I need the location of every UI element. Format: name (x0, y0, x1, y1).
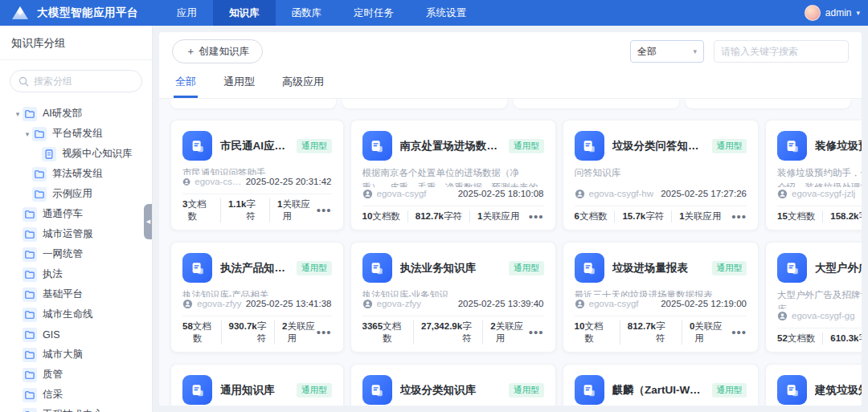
main-area: ＋创建知识库 全部 ▾ 全部通用型高级应用 (153, 26, 868, 412)
group-search-box[interactable] (10, 70, 142, 92)
keyword-search-box[interactable] (714, 40, 849, 63)
group-tree-item[interactable]: ▾ 质管 (5, 365, 147, 385)
kb-type-badge: 通用型 (712, 383, 747, 398)
more-actions-icon[interactable]: ••• (731, 328, 747, 337)
group-label: 平台研发组 (52, 127, 103, 141)
tab[interactable]: 高级应用 (280, 67, 326, 98)
type-filter-select[interactable]: 全部 ▾ (630, 40, 704, 63)
more-actions-icon[interactable]: ••• (731, 213, 747, 221)
linked-app-count: 1关联应用 (671, 210, 721, 222)
kb-owner: egova-zfyy (362, 299, 422, 309)
more-actions-icon[interactable]: ••• (529, 328, 544, 337)
group-tree-item[interactable]: ▾ 城市大脑 (5, 345, 147, 365)
group-tree-item[interactable]: ▾ 平台研发组 (5, 124, 147, 144)
group-tree-item[interactable]: ▾ 基础平台 (5, 284, 147, 304)
kb-card-partial[interactable] (342, 99, 508, 108)
owner-icon (777, 189, 788, 199)
create-kb-button[interactable]: ＋创建知识库 (172, 39, 263, 63)
kb-card[interactable]: 执法业务知识库 通用型 执法知识库-业务知识 egova-zfyy 2025-0… (350, 242, 556, 353)
group-tree-item[interactable]: ▾ GIS (5, 324, 147, 345)
user-menu-caret-icon[interactable]: ▾ (856, 9, 860, 17)
kb-type-badge: 通用型 (297, 261, 332, 275)
user-name[interactable]: admin (825, 7, 852, 18)
kb-card[interactable]: 市民通AI应用场景 通用型 市民通知识问答助手 egova-csygf-hw 2… (170, 120, 344, 230)
knowledge-base-icon (575, 131, 604, 161)
nav-item-link[interactable]: 函数库 (276, 0, 338, 26)
owner-icon (182, 299, 193, 309)
kb-card[interactable]: 装修垃圾预约助手 通用型 装修垃圾预约助手，包括装修垃圾清运处置介绍、装修垃圾处… (765, 120, 862, 230)
plus-icon: ＋ (186, 45, 196, 59)
kb-card-partial[interactable] (514, 99, 679, 108)
nav-item-link[interactable]: 系统设置 (410, 0, 482, 26)
doc-count: 6文档数 (575, 210, 608, 222)
knowledge-base-icon (182, 253, 212, 283)
group-label: 视频中心知识库 (62, 147, 133, 161)
folder-icon (23, 288, 37, 302)
owner-icon (362, 299, 373, 309)
group-tree-item[interactable]: ▾ 一网统管 (5, 244, 147, 264)
kb-card[interactable]: 南京处置场进场数据报表 通用型 根据南京各个处置单位的进场数据（净重）、皮重、毛… (350, 120, 556, 230)
user-avatar[interactable] (805, 5, 821, 21)
group-tree-item[interactable]: ▾ 信采 (5, 385, 147, 405)
tab[interactable]: 通用型 (222, 67, 256, 98)
kb-updated-time: 2025-02-25 20:31:42 (246, 177, 332, 186)
group-label: 城市运管服 (43, 227, 93, 241)
owner-icon (575, 189, 585, 199)
group-tree-item[interactable]: ▾ 城市运管服 (5, 224, 147, 244)
kb-card-partial[interactable] (686, 99, 851, 108)
nav-item-link[interactable]: 应用 (161, 0, 213, 26)
owner-icon (777, 311, 788, 321)
kb-card[interactable]: 垃圾进场量报表 通用型 最近三十天的垃圾进场量数据报表 egova-csygf … (563, 242, 760, 353)
kb-owner-name: egova-zfyy (197, 299, 242, 308)
kb-card-title: 垃圾进场量报表 (612, 261, 706, 275)
caret-down-icon[interactable]: ▾ (23, 130, 32, 138)
group-tree-item[interactable]: ▾ 执法 (5, 264, 147, 284)
group-search-input[interactable] (34, 75, 130, 87)
sidebar-collapse-handle[interactable]: ◀ (144, 204, 153, 239)
knowledge-base-icon (575, 253, 604, 283)
group-tree-item[interactable]: ▾ 通通停车 (5, 204, 147, 224)
group-tree: ▾ AI研发部 ▾ 平台研发组 ▾ 视频中心知识库 ▾ (0, 97, 152, 412)
kb-type-badge: 通用型 (297, 139, 332, 153)
kb-card[interactable]: 建筑垃圾知识库 通用型 涵盖了建筑垃圾的分类、处理流程、资源化利用、管 (765, 364, 862, 406)
kb-toolbar: ＋创建知识库 全部 ▾ (159, 32, 862, 67)
divider (0, 59, 152, 60)
group-tree-item[interactable]: ▾ 算法研发组 (5, 164, 147, 184)
more-actions-icon[interactable]: ••• (529, 213, 544, 221)
doc-count: 3文档数 (182, 198, 213, 222)
group-tree-item[interactable]: ▾ 示例应用 (5, 184, 147, 204)
keyword-search-input[interactable] (721, 46, 845, 57)
kb-card-list: 市民通AI应用场景 通用型 市民通知识问答助手 egova-csygf-hw 2… (159, 99, 862, 406)
kb-card[interactable]: 麒麟（ZartUI-Web）... 通用型 麒麟平台端设计规范，包括颜色、文字、… (563, 364, 760, 406)
nav-item-active[interactable]: 知识库 (213, 0, 276, 26)
kb-type-badge: 通用型 (712, 139, 747, 153)
kb-card[interactable]: 垃圾分类知识库 通用型 环卫垃圾分类 (350, 364, 556, 406)
linked-app-count: 2关联应用 (482, 320, 529, 345)
char-count: 15.7k字符 (614, 210, 664, 222)
group-tree-item[interactable]: ▾ 城市生命线 (5, 304, 147, 324)
kb-card-description: 最近三十天的垃圾进场量数据报表 (575, 288, 747, 297)
nav-item-link[interactable]: 定时任务 (338, 0, 410, 26)
tab[interactable]: 全部 (174, 67, 198, 98)
kb-updated-time: 2025-02-25 13:41:38 (246, 299, 332, 308)
more-actions-icon[interactable]: ••• (317, 328, 332, 337)
kb-owner: egova-csygf-hw (575, 189, 654, 199)
kb-card[interactable]: 大型户外广告及招牌设... 通用型 大型户外广告及招牌设施安全监管相关知识库 e… (765, 242, 862, 353)
group-tree-item[interactable]: ▾ AI研发部 (5, 104, 147, 124)
folder-icon (23, 408, 37, 412)
kb-card[interactable]: 通用知识库 通用型 其他产品的问题排查 (170, 364, 344, 406)
kb-type-tabs: 全部通用型高级应用 (159, 67, 862, 99)
kb-owner: egova-zfyy (182, 299, 242, 309)
kb-card[interactable]: 执法产品知识库 通用型 执法知识库-产品相关 egova-zfyy 2025-0… (170, 242, 344, 353)
doc-count: 52文档数 (777, 332, 815, 345)
folder-icon (32, 167, 47, 182)
kb-card-title: 执法产品知识库 (220, 261, 290, 275)
kb-owner-name: egova-csygf-hw (194, 177, 245, 186)
kb-card-partial[interactable] (170, 99, 336, 108)
kb-card-title: 垃圾分类知识库 (400, 383, 503, 398)
more-actions-icon[interactable]: ••• (317, 206, 332, 214)
group-tree-item[interactable]: ▾ 工程技术中心 (5, 405, 147, 412)
group-tree-item[interactable]: ▾ 视频中心知识库 (5, 144, 147, 164)
kb-card[interactable]: 垃圾分类问答知识库 通用型 问答知识库 egova-csygf-hw 2025-… (563, 120, 760, 230)
caret-down-icon[interactable]: ▾ (13, 110, 23, 118)
